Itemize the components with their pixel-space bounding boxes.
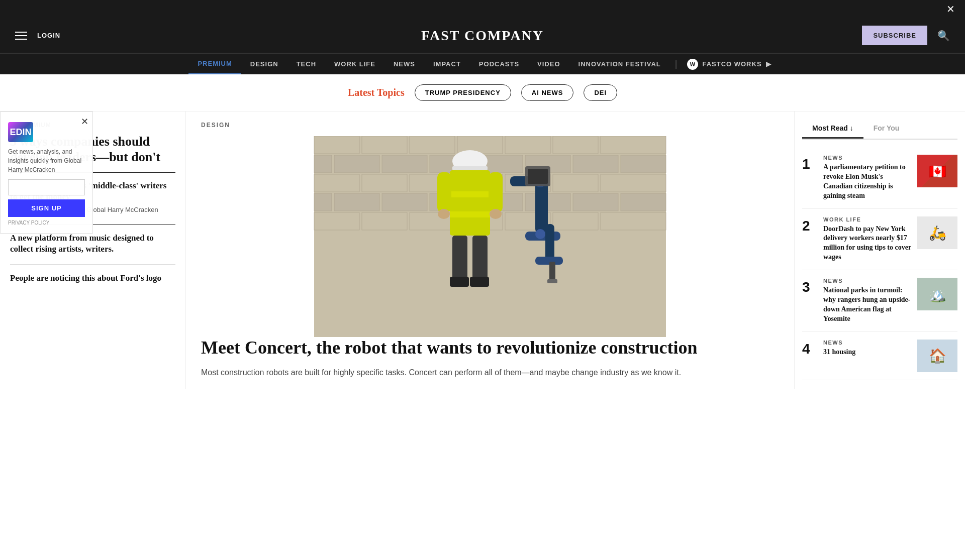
svg-rect-6	[553, 136, 598, 154]
header-left: LOGIN	[15, 32, 60, 40]
top-bar-close-button[interactable]: ✕	[946, 3, 955, 15]
svg-rect-7	[601, 136, 666, 154]
news-content-2: WORK LIFE DoorDash to pay New York deliv…	[823, 216, 911, 263]
svg-rect-52	[437, 172, 451, 212]
nav-item-news[interactable]: NEWS	[384, 54, 424, 74]
sidebar-divider-3	[10, 265, 175, 265]
svg-rect-36	[553, 212, 598, 230]
svg-rect-2	[362, 136, 407, 154]
newsletter-logo-icon: ED IN	[8, 122, 33, 142]
news-title-2[interactable]: DoorDash to pay New York delivery worker…	[823, 225, 911, 263]
news-item-2[interactable]: 2 WORK LIFE DoorDash to pay New York del…	[802, 209, 957, 271]
svg-rect-53	[489, 172, 503, 212]
main-layout: PREMIUM 3 ways companies should develop …	[0, 111, 965, 389]
hamburger-line-2	[15, 35, 27, 36]
svg-rect-15	[621, 155, 666, 173]
newsletter-description: Get news, analysis, and insights quickly…	[8, 147, 85, 174]
svg-rect-21	[553, 174, 598, 192]
news-category-2: WORK LIFE	[823, 216, 911, 222]
news-content-3: NEWS National parks in turmoil: why rang…	[823, 278, 911, 324]
sidebar-section-3-title[interactable]: People are noticing this about Ford's lo…	[10, 273, 175, 284]
news-thumbnail-4	[917, 340, 957, 372]
svg-rect-50	[450, 191, 490, 197]
newsletter-policy-link[interactable]: PRIVACY POLICY	[8, 220, 85, 226]
site-logo[interactable]: FAST COMPANY	[421, 28, 544, 44]
svg-rect-59	[470, 277, 489, 287]
login-button[interactable]: LOGIN	[37, 32, 60, 39]
nav-divider: |	[675, 59, 678, 69]
svg-rect-22	[601, 174, 666, 192]
nav-item-tech[interactable]: TECH	[287, 54, 325, 74]
news-content-1: NEWS A parliamentary petition to revoke …	[823, 155, 911, 201]
news-number-3: 3	[802, 280, 817, 294]
news-title-4[interactable]: 31 housing	[823, 348, 911, 357]
hamburger-line-1	[15, 32, 27, 33]
svg-rect-56	[452, 236, 467, 281]
news-thumbnail-1	[917, 155, 957, 187]
svg-point-44	[535, 229, 545, 239]
news-number-1: 1	[802, 157, 817, 171]
svg-rect-23	[334, 193, 379, 211]
svg-rect-46	[547, 279, 557, 283]
sidebar-section-2-title[interactable]: A new platform from music designed to co…	[10, 233, 175, 255]
news-item-3[interactable]: 3 NEWS National parks in turmoil: why ra…	[802, 270, 957, 332]
topic-dei[interactable]: DEI	[584, 84, 617, 101]
topic-ai-news[interactable]: AI NEWS	[521, 84, 574, 101]
svg-point-55	[490, 209, 502, 219]
article-section-label: DESIGN	[201, 122, 779, 129]
news-title-3[interactable]: National parks in turmoil: why rangers h…	[823, 286, 911, 324]
news-category-4: NEWS	[823, 340, 911, 346]
svg-rect-14	[314, 155, 332, 173]
svg-rect-61	[528, 169, 548, 184]
search-icon[interactable]: 🔍	[937, 30, 950, 42]
nav-item-premium[interactable]: PREMIUM	[188, 54, 241, 74]
news-category-3: NEWS	[823, 278, 911, 284]
svg-rect-16	[314, 174, 359, 192]
nav-item-video[interactable]: VIDEO	[528, 54, 569, 74]
news-number-4: 4	[802, 342, 817, 356]
tab-for-you[interactable]: For You	[863, 119, 910, 139]
top-bar: ✕	[0, 0, 965, 18]
most-read-tabs: Most Read ↓ For You	[802, 119, 957, 140]
svg-rect-58	[450, 277, 469, 287]
svg-point-54	[438, 209, 450, 219]
nav-item-podcasts[interactable]: PODCASTS	[470, 54, 528, 74]
sidebar-section-3: People are noticing this about Ford's lo…	[10, 273, 175, 284]
svg-rect-9	[382, 155, 427, 173]
newsletter-submit-button[interactable]: SIGN UP	[8, 199, 85, 217]
header-right: SUBSCRIBE 🔍	[862, 26, 950, 45]
nav-item-worklife[interactable]: WORK LIFE	[325, 54, 384, 74]
svg-rect-28	[573, 193, 618, 211]
hamburger-menu[interactable]	[15, 32, 27, 40]
svg-rect-51	[450, 211, 490, 217]
newsletter-email-input[interactable]	[8, 179, 85, 195]
nav-item-design[interactable]: DESIGN	[241, 54, 287, 74]
topic-trump-presidency[interactable]: TRUMP PRESIDENCY	[415, 84, 511, 101]
svg-rect-32	[362, 212, 407, 230]
svg-rect-49	[450, 170, 490, 236]
tab-most-read[interactable]: Most Read ↓	[802, 119, 863, 139]
subscribe-button[interactable]: SUBSCRIBE	[862, 26, 927, 45]
news-item-4[interactable]: 4 NEWS 31 housing	[802, 332, 957, 380]
nav-item-impact[interactable]: IMPACT	[424, 54, 470, 74]
news-thumbnail-3	[917, 278, 957, 310]
right-sidebar: Most Read ↓ For You 1 NEWS A parliamenta…	[794, 111, 965, 389]
newsletter-overlay: ✕ ED IN Get news, analysis, and insights…	[0, 111, 93, 234]
svg-rect-1	[314, 136, 359, 154]
newsletter-logo-prefix: ED	[10, 127, 22, 138]
svg-rect-42	[535, 257, 563, 265]
news-title-1[interactable]: A parliamentary petition to revoke Elon …	[823, 163, 911, 201]
svg-rect-30	[621, 193, 666, 211]
article-title[interactable]: Meet Concert, the robot that wants to re…	[201, 337, 779, 359]
news-item-1[interactable]: 1 NEWS A parliamentary petition to revok…	[802, 147, 957, 209]
svg-rect-13	[573, 155, 618, 173]
svg-rect-31	[314, 212, 359, 230]
newsletter-close-button[interactable]: ✕	[81, 116, 88, 127]
topics-label: Latest Topics	[348, 87, 405, 98]
news-thumbnail-2	[917, 216, 957, 249]
nav-item-innovation[interactable]: INNOVATION FESTIVAL	[569, 54, 670, 74]
fastco-works-link[interactable]: W FASTCO WORKS ▶	[682, 59, 776, 70]
svg-rect-24	[382, 193, 427, 211]
site-header: LOGIN FAST COMPANY SUBSCRIBE 🔍	[0, 18, 965, 53]
fastco-works-label: FASTCO WORKS	[702, 60, 761, 68]
